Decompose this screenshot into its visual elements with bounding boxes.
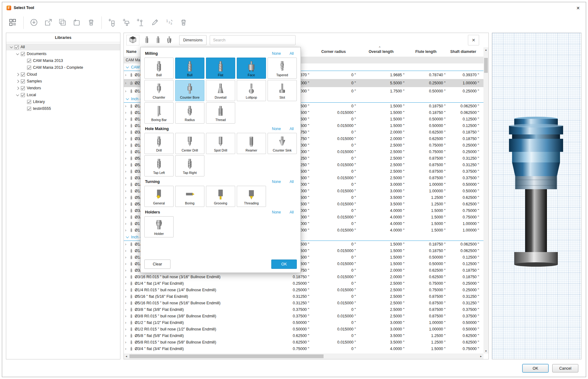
expand-chevron-icon[interactable]: › (125, 268, 128, 273)
library-item-cloud[interactable]: Cloud (6, 71, 120, 78)
horizontal-scrollbar[interactable]: ◄ ► (124, 353, 483, 359)
library-item-testin5555[interactable]: testin5555 (6, 105, 120, 112)
tool-row[interactable]: ›Ø5/8 " flat (5/8" Flat Endmill)0.62500 … (124, 332, 483, 339)
expand-chevron-icon[interactable]: › (125, 110, 128, 115)
scroll-left-icon[interactable]: ◄ (124, 353, 129, 359)
copy-tool-button[interactable] (55, 16, 70, 30)
stock-view-button[interactable] (126, 35, 139, 45)
checkbox-cam-mania-2013[interactable] (27, 59, 31, 63)
expand-chevron-icon[interactable]: › (125, 89, 128, 93)
search-input[interactable] (210, 35, 296, 45)
library-item-local[interactable]: Local (6, 91, 120, 98)
horizontal-scroll-thumb[interactable] (129, 354, 324, 358)
expand-chevron-icon[interactable]: › (125, 307, 128, 312)
expand-chevron-icon[interactable]: › (125, 228, 128, 232)
chevron-right-icon[interactable] (15, 80, 20, 82)
expand-chevron-icon[interactable]: › (125, 104, 128, 108)
ok-button[interactable]: OK (522, 364, 548, 372)
expand-chevron-icon[interactable]: › (125, 195, 128, 200)
tool-row[interactable]: ›Ø3/16 R0.015 " bull nose (3/16" Bullnos… (124, 274, 483, 280)
library-item-documents[interactable]: Documents (6, 50, 120, 57)
vertical-scroll-thumb[interactable] (484, 58, 488, 73)
chevron-down-icon[interactable] (9, 46, 14, 48)
tool-type-card-threading[interactable]: Threading (237, 186, 266, 207)
scroll-right-icon[interactable]: ► (478, 353, 483, 359)
select-none-link[interactable]: None (272, 180, 281, 184)
tool-type-card-chamfer[interactable]: Chamfer (144, 80, 174, 101)
column-header-overall-length[interactable]: Overall length (357, 49, 405, 54)
scroll-down-icon[interactable]: ▼ (483, 349, 488, 353)
expand-chevron-icon[interactable]: › (125, 163, 128, 167)
expand-chevron-icon[interactable]: › (125, 143, 128, 147)
expand-chevron-icon[interactable]: › (125, 340, 128, 344)
tool-row[interactable]: ›Ø1/4 R0.015 " bull nose (1/4" Bullnose … (124, 287, 483, 293)
column-header-flute-length[interactable]: Flute length (406, 49, 446, 54)
collapse-chevron-icon[interactable] (126, 97, 129, 100)
select-all-link[interactable]: All (290, 51, 294, 56)
expand-chevron-icon[interactable]: › (125, 275, 128, 279)
collapse-chevron-icon[interactable] (126, 65, 129, 68)
vertical-scrollbar[interactable]: ▲ ▼ (483, 47, 488, 353)
tool-type-card-lollipop[interactable]: Lollipop (237, 80, 266, 101)
flat-endmill-filter-button[interactable] (153, 34, 163, 47)
tool-type-card-bull[interactable]: Bull (175, 58, 204, 79)
tool-type-card-boring[interactable]: Boring (175, 186, 204, 207)
scroll-up-icon[interactable]: ▲ (483, 47, 488, 52)
checkbox-documents[interactable] (21, 52, 25, 56)
tool-row[interactable]: ›Ø3/8 R0.015 " bull nose (3/8" Bullnose … (124, 313, 483, 319)
edit-tool-button[interactable] (148, 16, 162, 30)
tool-type-card-general[interactable]: General (144, 186, 174, 207)
close-filter-button[interactable]: ✕ (468, 35, 479, 45)
import-tool-button[interactable] (27, 16, 41, 30)
tool-type-card-tap-left[interactable]: Tap Left (144, 155, 174, 176)
tool-row[interactable]: ›Ø3/8 " flat (3/8" Flat Endmill)0.37500 … (124, 306, 483, 313)
expand-chevron-icon[interactable]: › (125, 156, 128, 161)
chevron-down-icon[interactable] (15, 94, 20, 96)
new-mill-tool-button[interactable] (105, 16, 119, 30)
tool-row[interactable]: ›Ø3/4 " flat (3/4" Flat Endmill)0.75000 … (124, 345, 483, 352)
column-header-shaft-diameter[interactable]: Shaft diameter (447, 49, 480, 54)
expand-chevron-icon[interactable]: › (125, 294, 128, 299)
renumber-tools-button[interactable]: 123 (162, 16, 176, 30)
expand-chevron-icon[interactable]: › (125, 301, 128, 305)
expand-chevron-icon[interactable]: › (125, 222, 128, 226)
collapse-chevron-icon[interactable] (126, 235, 129, 238)
delete-tool-button[interactable] (176, 16, 191, 30)
tool-type-card-tap-right[interactable]: Tap Right (175, 155, 204, 176)
expand-chevron-icon[interactable]: › (125, 321, 128, 325)
expand-chevron-icon[interactable]: › (125, 327, 128, 331)
expand-chevron-icon[interactable]: › (125, 150, 128, 154)
expand-chevron-icon[interactable]: › (125, 334, 128, 338)
expand-chevron-icon[interactable]: › (125, 281, 128, 286)
expand-chevron-icon[interactable]: › (125, 288, 128, 292)
window-close-button[interactable]: ✕ (575, 5, 581, 12)
new-library-button[interactable] (70, 16, 84, 30)
tool-type-card-flat[interactable]: Flat (206, 58, 235, 79)
expand-chevron-icon[interactable]: › (125, 176, 128, 180)
checkbox-vendors[interactable] (21, 86, 25, 90)
tool-type-card-dovetail[interactable]: Dovetail (206, 80, 235, 101)
tool-row[interactable]: ›Ø5/8 R0.015 " bull nose (5/8" Bullnose … (124, 339, 483, 345)
bull-endmill-filter-button[interactable] (142, 34, 152, 47)
expand-chevron-icon[interactable]: › (125, 117, 128, 121)
expand-chevron-icon[interactable]: › (125, 81, 128, 85)
select-all-link[interactable]: All (290, 180, 294, 184)
library-item-all[interactable]: All (6, 44, 120, 50)
expand-chevron-icon[interactable]: › (125, 249, 128, 253)
select-none-link[interactable]: None (272, 210, 281, 214)
tool-type-card-spot-drill[interactable]: Spot Drill (206, 133, 235, 154)
tool-type-card-slot[interactable]: Slot (268, 80, 297, 101)
tool-type-card-counter-bore[interactable]: Counter Bore (175, 80, 204, 101)
tool-row[interactable]: ›Ø1/2 " flat (1/2" Flat Endmill)0.50000 … (124, 319, 483, 326)
expand-chevron-icon[interactable]: › (125, 215, 128, 219)
expand-chevron-icon[interactable]: › (125, 189, 128, 193)
checkbox-testin5555[interactable] (27, 107, 31, 111)
library-view-button[interactable] (6, 16, 20, 30)
tool-type-card-center-drill[interactable]: Center Drill (175, 133, 204, 154)
checkbox-samples[interactable] (21, 79, 25, 83)
tool-row[interactable]: ›Ø1/4 " flat (1/4" Flat Endmill)0.25000 … (124, 280, 483, 287)
checkbox-all[interactable] (15, 45, 19, 49)
column-header-name[interactable]: Name (126, 49, 137, 54)
dimensions-button[interactable]: Dimensions (179, 35, 207, 45)
checkbox-cloud[interactable] (21, 73, 25, 77)
